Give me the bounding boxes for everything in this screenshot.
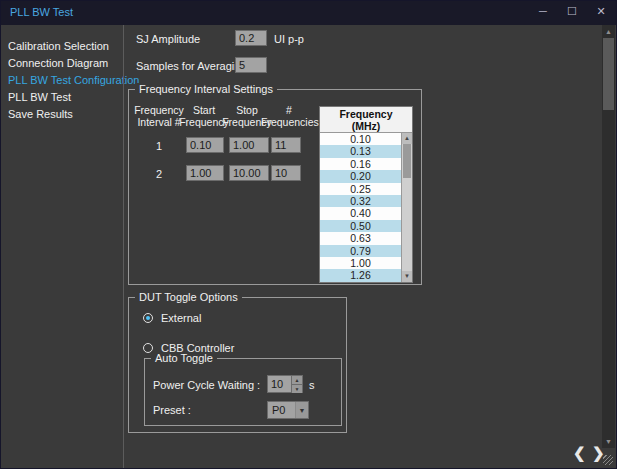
sidebar-item-calibration-selection[interactable]: Calibration Selection <box>1 38 123 55</box>
maximize-button[interactable]: ☐ <box>565 5 579 18</box>
samples-for-averaging-input[interactable] <box>235 57 267 73</box>
vertical-scrollbar[interactable]: ▲ ▼ <box>602 25 615 448</box>
sidebar: Calibration Selection Connection Diagram… <box>1 25 123 468</box>
preset-dropdown[interactable]: P0 ▼ <box>267 401 309 419</box>
frequency-interval-settings-group: Frequency Interval Settings Frequency In… <box>128 89 422 285</box>
frequency-table-row[interactable]: 0.20 <box>320 170 401 182</box>
scrollbar-thumb[interactable] <box>403 144 411 178</box>
column-header-line: Stop <box>236 104 258 116</box>
sidebar-item-pll-bw-test-configuration[interactable]: PLL BW Test Configuration <box>1 72 123 89</box>
sidebar-divider <box>123 25 124 468</box>
interval-number: 2 <box>131 168 187 180</box>
start-frequency-input-1[interactable] <box>186 137 224 153</box>
preset-label: Preset : <box>153 404 191 416</box>
power-cycle-waiting-unit: s <box>309 379 315 391</box>
minimize-button[interactable]: ─ <box>536 5 550 18</box>
frequency-table-row[interactable]: 0.16 <box>320 158 401 170</box>
resize-grip-icon[interactable] <box>603 455 613 465</box>
dut-toggle-options-title: DUT Toggle Options <box>135 291 242 303</box>
scroll-down-icon[interactable]: ▼ <box>402 271 412 282</box>
radio-button-icon[interactable] <box>143 313 153 323</box>
scroll-up-icon[interactable]: ▲ <box>602 25 615 38</box>
window-controls: ─ ☐ ✕ <box>536 5 608 18</box>
auto-toggle-group: Auto Toggle Power Cycle Waiting : ▲ ▼ s … <box>144 358 342 426</box>
spinner-up-icon[interactable]: ▲ <box>292 376 302 385</box>
frequency-table-row[interactable]: 0.25 <box>320 183 401 195</box>
frequency-table-row[interactable]: 0.79 <box>320 245 401 257</box>
sj-amplitude-label: SJ Amplitude <box>136 33 200 45</box>
frequency-table-header-line: (MHz) <box>352 120 381 132</box>
power-cycle-waiting-spinner[interactable]: ▲ ▼ <box>267 375 303 393</box>
column-header-line: Frequencies <box>261 116 319 128</box>
frequency-table-row[interactable]: 1.26 <box>320 269 401 281</box>
frequency-table-header: Frequency (MHz) <box>320 107 412 133</box>
frequency-table-row[interactable]: 0.10 <box>320 133 401 145</box>
scrollbar-thumb[interactable] <box>603 38 614 110</box>
sidebar-item-connection-diagram[interactable]: Connection Diagram <box>1 55 123 72</box>
sidebar-item-pll-bw-test[interactable]: PLL BW Test <box>1 89 123 106</box>
frequency-table-row[interactable]: 0.50 <box>320 220 401 232</box>
samples-for-averaging-label: Samples for Averaging <box>136 60 246 72</box>
power-cycle-waiting-input[interactable] <box>267 375 291 393</box>
radio-external-label: External <box>161 312 201 324</box>
num-frequencies-input-1[interactable] <box>271 137 301 153</box>
frequency-table: Frequency (MHz) 0.10 0.13 0.16 0.20 0.25… <box>319 106 413 283</box>
spinner-down-icon[interactable]: ▼ <box>292 385 302 393</box>
frequency-table-scrollbar[interactable]: ▲ ▼ <box>401 133 412 282</box>
spinner-buttons: ▲ ▼ <box>291 375 303 393</box>
radio-external[interactable]: External <box>143 312 201 324</box>
scroll-up-icon[interactable]: ▲ <box>402 133 412 144</box>
titlebar: PLL BW Test ─ ☐ ✕ <box>1 1 616 25</box>
frequency-table-row[interactable]: 0.63 <box>320 232 401 244</box>
start-frequency-input-2[interactable] <box>186 165 224 181</box>
frequency-table-row[interactable]: 0.32 <box>320 195 401 207</box>
sj-amplitude-input[interactable] <box>235 30 267 46</box>
frequency-table-header-line: Frequency <box>339 108 392 120</box>
preset-dropdown-value: P0 <box>268 404 295 416</box>
frequency-interval-settings-title: Frequency Interval Settings <box>135 83 277 95</box>
frequency-table-row[interactable]: 1.00 <box>320 257 401 269</box>
column-header-num-frequencies: # Frequencies <box>261 104 317 128</box>
dut-toggle-options-group: DUT Toggle Options External CBB Controll… <box>128 297 347 433</box>
stop-frequency-input-1[interactable] <box>229 137 269 153</box>
column-header-line: Start <box>193 104 215 116</box>
column-header-line: # <box>286 104 292 116</box>
prev-page-button[interactable]: ❮ <box>573 444 586 462</box>
window-title: PLL BW Test <box>10 6 73 18</box>
close-button[interactable]: ✕ <box>594 5 608 18</box>
sidebar-item-save-results[interactable]: Save Results <box>1 106 123 123</box>
frequency-table-row[interactable]: 0.13 <box>320 145 401 157</box>
stop-frequency-input-2[interactable] <box>229 165 269 181</box>
power-cycle-waiting-label: Power Cycle Waiting : <box>153 379 260 391</box>
column-header-line: Interval # <box>137 116 180 128</box>
sj-amplitude-unit: UI p-p <box>274 33 304 45</box>
chevron-down-icon: ▼ <box>295 402 308 418</box>
frequency-table-row[interactable]: 0.40 <box>320 207 401 219</box>
interval-number: 1 <box>131 140 187 152</box>
num-frequencies-input-2[interactable] <box>271 165 301 181</box>
auto-toggle-title: Auto Toggle <box>151 352 217 364</box>
app-window: PLL BW Test ─ ☐ ✕ Calibration Selection … <box>0 0 617 469</box>
